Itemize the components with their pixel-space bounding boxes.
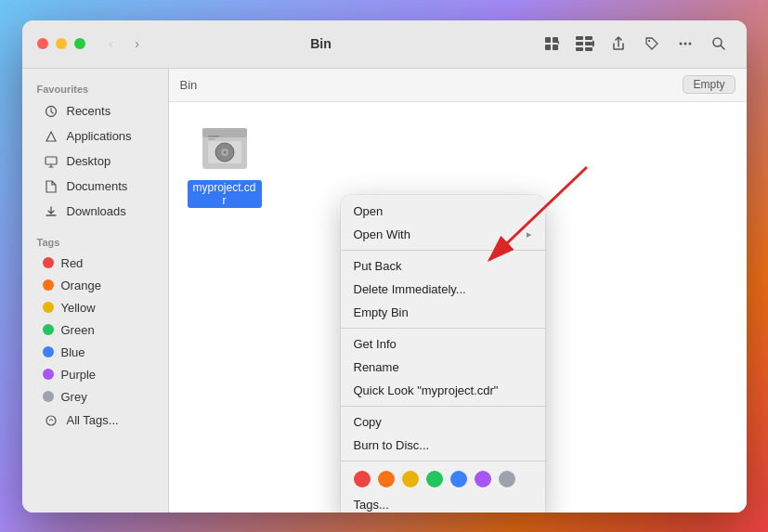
menu-item-burn-to-disc[interactable]: Burn to Disc... xyxy=(341,434,545,457)
svg-rect-2 xyxy=(545,45,551,50)
svg-point-10 xyxy=(648,40,650,42)
tag-orange-label: Orange xyxy=(61,279,101,292)
tag-red-dot xyxy=(43,257,54,268)
file-item-myproject[interactable]: myproject.cdr xyxy=(188,121,262,208)
sidebar-item-tag-yellow[interactable]: Yellow xyxy=(28,297,163,318)
sidebar-item-tag-blue[interactable]: Blue xyxy=(28,342,163,363)
more-icon[interactable] xyxy=(672,31,698,57)
recents-label: Recents xyxy=(67,104,111,118)
menu-item-put-back[interactable]: Put Back xyxy=(341,254,545,278)
menu-item-delete-immediately[interactable]: Delete Immediately... xyxy=(341,278,545,301)
traffic-lights xyxy=(37,38,85,49)
tags-section-title: Tags xyxy=(22,233,168,252)
search-icon[interactable] xyxy=(706,31,732,57)
context-menu: Open Open With ▸ Put Back Delete Immedia… xyxy=(341,195,545,513)
menu-item-get-info[interactable]: Get Info xyxy=(341,332,545,356)
tag-grey-label: Grey xyxy=(61,390,87,404)
nav-buttons: ‹ › xyxy=(100,32,149,55)
sidebar-item-all-tags[interactable]: All Tags... xyxy=(28,409,163,433)
titlebar: ‹ › Bin xyxy=(22,20,747,69)
tag-red-label: Red xyxy=(61,256,84,270)
recents-icon xyxy=(43,103,59,120)
titlebar-actions xyxy=(539,31,732,57)
downloads-label: Downloads xyxy=(67,204,126,218)
svg-rect-8 xyxy=(576,47,583,51)
menu-item-empty-bin[interactable]: Empty Bin xyxy=(341,301,545,324)
files-area[interactable]: myproject.cdr Open Open With ▸ Put B xyxy=(169,102,747,513)
file-label: myproject.cdr xyxy=(188,180,262,208)
tag-green-dot xyxy=(43,324,54,335)
tag-blue-dot xyxy=(43,346,54,357)
menu-item-copy[interactable]: Copy xyxy=(341,410,545,434)
sidebar-item-tag-grey[interactable]: Grey xyxy=(28,386,163,408)
open-with-arrow: ▸ xyxy=(527,228,532,240)
color-dot-red[interactable] xyxy=(354,471,371,487)
svg-rect-9 xyxy=(585,47,592,51)
applications-icon xyxy=(43,128,59,145)
grid-view-icon[interactable] xyxy=(539,31,565,57)
minimize-button[interactable] xyxy=(56,38,67,49)
menu-item-quick-look[interactable]: Quick Look "myproject.cdr" xyxy=(341,379,545,402)
all-tags-label: All Tags... xyxy=(67,413,119,427)
desktop-icon xyxy=(43,153,59,170)
main-pane: Bin Empty xyxy=(169,69,747,513)
documents-icon xyxy=(43,178,59,195)
svg-rect-24 xyxy=(208,136,219,137)
color-dot-purple[interactable] xyxy=(475,471,491,487)
tag-yellow-dot xyxy=(43,302,54,313)
tag-green-label: Green xyxy=(61,323,95,337)
menu-item-open-with[interactable]: Open With ▸ xyxy=(341,223,545,246)
sidebar-item-applications[interactable]: Applications xyxy=(28,124,163,149)
color-dot-green[interactable] xyxy=(426,471,443,487)
svg-point-23 xyxy=(223,150,226,153)
documents-label: Documents xyxy=(67,179,128,193)
empty-button[interactable]: Empty xyxy=(683,75,735,94)
svg-rect-4 xyxy=(576,36,583,40)
color-dot-yellow[interactable] xyxy=(402,471,419,487)
svg-rect-16 xyxy=(46,157,57,164)
tag-purple-label: Purple xyxy=(61,368,97,382)
svg-rect-0 xyxy=(545,37,551,43)
tag-icon[interactable] xyxy=(639,31,665,57)
color-dot-orange[interactable] xyxy=(378,471,395,487)
file-icon-wrap xyxy=(197,121,253,176)
svg-rect-3 xyxy=(553,45,558,50)
sidebar-item-desktop[interactable]: Desktop xyxy=(28,149,163,174)
forward-button[interactable]: › xyxy=(126,32,149,55)
back-button[interactable]: ‹ xyxy=(100,32,123,55)
window-title: Bin xyxy=(160,36,483,51)
sidebar-item-tag-purple[interactable]: Purple xyxy=(28,364,163,385)
svg-point-11 xyxy=(679,43,682,45)
color-dot-blue[interactable] xyxy=(450,471,467,487)
share-icon[interactable] xyxy=(605,31,631,57)
list-view-icon[interactable] xyxy=(572,31,598,57)
sidebar-item-recents[interactable]: Recents xyxy=(28,99,163,123)
sidebar-item-documents[interactable]: Documents xyxy=(28,175,163,199)
menu-item-tags[interactable]: Tags... xyxy=(341,493,545,513)
path-bar: Bin Empty xyxy=(169,69,747,102)
color-dot-grey[interactable] xyxy=(499,471,515,487)
sidebar-item-tag-red[interactable]: Red xyxy=(28,253,163,274)
content-area: Favourites Recents Applications xyxy=(22,69,747,513)
sidebar-item-tag-green[interactable]: Green xyxy=(28,319,163,341)
svg-rect-6 xyxy=(576,42,583,45)
downloads-icon xyxy=(43,203,59,220)
favourites-section-title: Favourites xyxy=(22,80,168,98)
close-button[interactable] xyxy=(37,38,48,49)
applications-label: Applications xyxy=(67,129,132,143)
tag-blue-label: Blue xyxy=(61,345,85,359)
svg-rect-1 xyxy=(553,37,558,43)
finder-window: ‹ › Bin xyxy=(22,20,747,513)
sidebar: Favourites Recents Applications xyxy=(22,69,169,513)
maximize-button[interactable] xyxy=(74,38,85,49)
tag-orange-dot xyxy=(43,279,54,291)
svg-rect-5 xyxy=(585,36,592,40)
sidebar-item-downloads[interactable]: Downloads xyxy=(28,200,163,224)
sidebar-item-tag-orange[interactable]: Orange xyxy=(28,275,163,296)
svg-point-12 xyxy=(683,43,686,45)
menu-item-rename[interactable]: Rename xyxy=(341,356,545,379)
menu-item-open[interactable]: Open xyxy=(341,200,545,223)
svg-rect-25 xyxy=(208,138,215,140)
path-label: Bin xyxy=(180,78,198,92)
svg-point-17 xyxy=(46,416,56,425)
